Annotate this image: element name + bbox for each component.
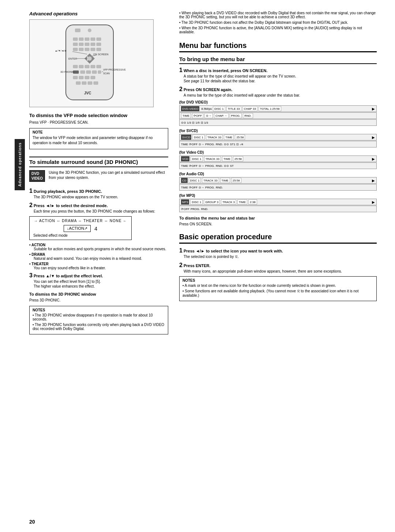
dismiss-menu-section: To dismiss the menu bar and status bar P…	[179, 216, 377, 227]
svcd-row2: TIME ⟳OFF ⊙→ PROG. RND. ⊙⊙ ST1 ⊡ -/4	[179, 141, 377, 147]
svg-rect-3	[73, 38, 78, 41]
dismiss-vfp-title: To dismiss the VFP mode selection window	[29, 113, 168, 118]
top-bullet-3: • When the 3D PHONIC function is active,…	[179, 26, 377, 34]
menu-bar-section: Menu bar functions To bring up the menu …	[179, 41, 377, 227]
svg-rect-43	[79, 76, 83, 79]
svg-rect-4	[79, 38, 83, 41]
simulate-notes-box: NOTES • The 3D PHONIC window disappears …	[29, 306, 168, 334]
dvd-badge-line1: DVD	[31, 171, 43, 176]
vcd-label: (for Video CD)	[179, 150, 377, 154]
basic-note1-text: A mark or text on the menu icon for the …	[185, 284, 336, 288]
basic-note1: • A mark or text on the menu icon for th…	[183, 284, 373, 288]
simulate-note2-text: The 3D PHONIC function works correctly o…	[33, 323, 164, 331]
dismiss-3d-desc: Press 3D PHONIC.	[29, 298, 168, 303]
simulate-note2: • The 3D PHONIC function works correctly…	[33, 323, 165, 331]
step2-desc: Each time you press the button, the 3D P…	[34, 209, 168, 213]
simulate-step3: 3 Press ▲/▼ to adjust the effect level. …	[29, 272, 168, 288]
svg-rect-12	[97, 43, 101, 46]
audiocd-display: (for Audio CD) CD DISC 1 TRACK 33 TIME 2…	[179, 172, 377, 191]
simulate-notes-title: NOTES	[33, 308, 165, 312]
vcd-row2: TIME ⟳OFF ⊙→ PROG. RND. ⊙⊙ ST	[179, 162, 377, 169]
basic-step1-bold: Press ◄/► to select the icon you want to…	[184, 249, 283, 253]
simulate-section: To simulate surround sound (3D PHONIC) D…	[29, 157, 168, 334]
basic-step2-bold: Press ENTER.	[184, 263, 210, 268]
bullet-drama: • DRAMA Natural and warm sound. You can …	[29, 252, 168, 261]
mp3-label: (for MP3)	[179, 194, 377, 198]
svg-rect-35	[92, 71, 97, 74]
dismiss-menu-desc: Press ON SCREEN.	[179, 222, 377, 227]
dismiss-vfp-desc: Press VFP · PROGRESSIVE SCAN.	[29, 120, 168, 125]
basic-notes-title: NOTES	[183, 278, 373, 282]
dvd-video-display: (for DVD VIDEO) DVD-VIDEO 8.5M/ps DISC 1…	[179, 100, 377, 126]
menu-step2: 2 Press ON SCREEN again. A menu bar for …	[179, 86, 377, 97]
menu-step1-desc: A status bar for the type of disc insert…	[184, 74, 377, 78]
remote-control-image: ENTER ON SCREEN	[29, 19, 154, 107]
dismiss-3d-title: To dismiss the 3D PHONIC window	[29, 292, 168, 296]
svg-rect-15	[85, 48, 89, 51]
svg-rect-31	[97, 65, 101, 68]
dvd-row3: ⊙⊙ 1/3 ⊡ 1/5 ⊡ 1/3	[179, 119, 377, 126]
menu-bar-sub-title: To bring up the menu bar	[179, 56, 377, 64]
svg-rect-29	[85, 65, 89, 68]
svg-rect-5	[85, 38, 89, 41]
action-mode-box: → ACTION ↔ DRAMA ↔ THEATER ↔ NONE ← ↓ACT…	[29, 216, 132, 240]
simulate-intro: Using the 3D PHONIC function, you can ge…	[49, 170, 168, 180]
svg-point-2	[88, 29, 91, 32]
selected-label: Selected effect mode	[33, 233, 128, 237]
svg-text:▲/▼/◄/►: ▲/▼/◄/►	[55, 49, 67, 52]
svg-rect-44	[85, 76, 89, 79]
svg-rect-17	[97, 48, 101, 51]
svg-rect-1	[75, 29, 80, 32]
audiocd-label: (for Audio CD)	[179, 172, 377, 176]
svg-rect-7	[97, 38, 101, 41]
menu-step2-bold: Press ON SCREEN again.	[184, 87, 232, 92]
basic-step2-desc: With many icons, an appropriate pull-dow…	[184, 269, 377, 273]
svcd-row1: SVCD DISC 1 TRACK 33 TIME 25:58 ▶	[179, 134, 377, 141]
svg-rect-27	[73, 65, 78, 68]
svg-rect-46	[76, 82, 80, 85]
step1-bold: During playback, press 3D PHONIC.	[34, 189, 102, 194]
svg-rect-14	[79, 48, 83, 51]
top-bullets-section: • When playing back a DVD VIDEO disc rec…	[179, 11, 377, 34]
audiocd-row2: TIME ⟳OFF ⊙→ PROG. RND.	[179, 184, 377, 191]
simulate-note1: • The 3D PHONIC window disappears if no …	[33, 313, 165, 321]
bullet-section: • ACTION Suitable for action movies and …	[29, 243, 168, 270]
vcd-row1: VCD DISC 1 TRACK 33 TIME 25:58 ▶	[179, 156, 377, 162]
step1-desc: The 3D PHONIC window appears on the TV s…	[34, 195, 168, 199]
simulate-step1: 1 During playback, press 3D PHONIC. The …	[29, 188, 168, 199]
arrow-modes: → ACTION ↔ DRAMA ↔ THEATER ↔ NONE ←	[33, 219, 128, 223]
step2-bold: Press ◄/► to select the desired mode.	[34, 203, 108, 208]
note-box: NOTE The window for VFP mode selection a…	[29, 128, 168, 149]
svg-rect-28	[79, 65, 83, 68]
step3-desc1: You can set the effect level from [1] to…	[34, 280, 168, 284]
basic-note2: • Some functions are not available durin…	[183, 289, 373, 297]
svg-rect-10	[85, 43, 89, 46]
bullet-theater-label: THEATER	[31, 262, 48, 266]
menu-step1-bold: When a disc is inserted, press ON SCREEN…	[184, 68, 267, 73]
dvd-badge-line2: VIDEO	[31, 176, 43, 181]
svg-text:JVC: JVC	[84, 91, 91, 95]
bullet-theater-text: You can enjoy sound effects like in a th…	[34, 266, 168, 270]
svg-rect-16	[91, 48, 95, 51]
svg-rect-33	[80, 71, 85, 74]
svg-rect-11	[91, 43, 95, 46]
svg-rect-13	[73, 48, 78, 51]
audiocd-row1: CD DISC 1 TRACK 33 TIME 25:58 ▶	[179, 177, 377, 184]
step3-desc2: The higher value enhances the effect.	[34, 284, 168, 288]
dvd-row1: DVD-VIDEO 8.5M/ps DISC 1 TITLE 33 CHAP 3…	[179, 105, 377, 112]
menu-step1: 1 When a disc is inserted, press ON SCRE…	[179, 67, 377, 83]
vcd-display: (for Video CD) VCD DISC 1 TRACK 33 TIME …	[179, 150, 377, 169]
svg-rect-8	[73, 43, 78, 46]
simulate-step2: 2 Press ◄/► to select the desired mode. …	[29, 202, 168, 213]
mp3-row2: ⟳OFF PROG. RND.	[179, 206, 377, 212]
dvd-video-label: (for DVD VIDEO)	[179, 100, 377, 104]
menu-step2-num: 2	[179, 86, 183, 92]
bullet-action-label: ACTION	[31, 243, 45, 247]
svg-text:ENTER: ENTER	[68, 57, 77, 60]
svg-rect-42	[73, 76, 78, 79]
mp3-row1: MP3 DISC 1 GROUP 3 TRACK 3 TIME 2:38 ▶	[179, 199, 377, 205]
basic-step1: 1 Press ◄/► to select the icon you want …	[179, 247, 377, 259]
simulate-note1-text: The 3D PHONIC window disappears if no op…	[33, 313, 153, 321]
dvd-row2: TIME ⟳OFF ⊙→ CHAP.→ PROG. RND.	[179, 112, 377, 119]
basic-step1-num: 1	[179, 247, 183, 254]
